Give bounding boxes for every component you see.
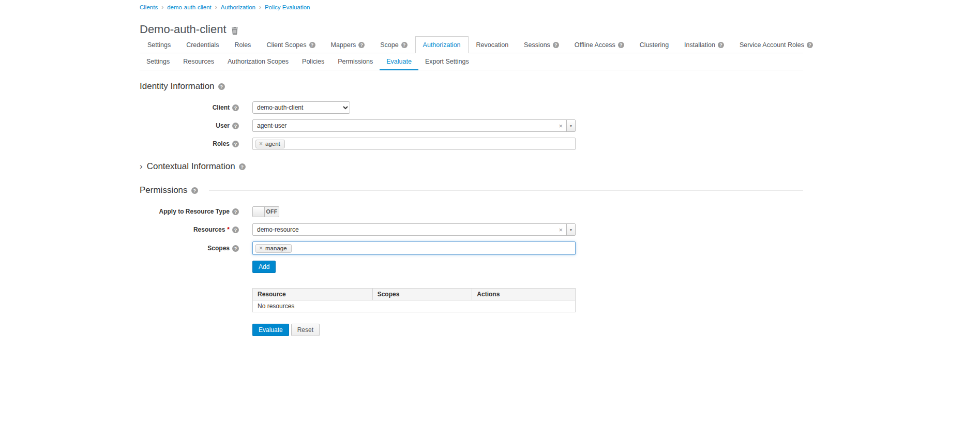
tab-client-scopes[interactable]: Client Scopes? xyxy=(259,36,323,53)
delete-client-icon[interactable] xyxy=(231,26,238,35)
roles-label: Roles ? xyxy=(140,140,252,147)
tab-roles[interactable]: Roles xyxy=(227,36,259,53)
help-icon: ? xyxy=(232,245,239,252)
column-header-scopes: Scopes xyxy=(372,289,472,300)
tab-label: Mappers xyxy=(331,41,356,49)
column-header-actions: Actions xyxy=(472,289,576,300)
help-icon: ? xyxy=(309,42,315,48)
scopes-control: × manage xyxy=(252,241,803,255)
tab-label: Offline Access xyxy=(575,41,615,49)
section-divider xyxy=(209,190,803,191)
help-icon: ? xyxy=(239,163,246,170)
caret-down-icon: ▼ xyxy=(569,228,572,232)
breadcrumb-authorization[interactable]: Authorization xyxy=(221,4,255,10)
role-tag: × agent xyxy=(255,140,285,148)
breadcrumb-policy-evaluation[interactable]: Policy Evaluation xyxy=(265,4,310,10)
breadcrumb-clients[interactable]: Clients xyxy=(140,4,158,10)
tab-label: Roles xyxy=(234,41,251,49)
resources-field-row: Resources * ? demo-resource × ▼ xyxy=(140,223,803,236)
chevron-right-icon: › xyxy=(140,161,143,172)
apply-resource-type-control: OFF xyxy=(252,206,803,217)
help-icon: ? xyxy=(807,42,813,48)
user-label: User ? xyxy=(140,122,252,129)
tab-credentials[interactable]: Credentials xyxy=(178,36,227,53)
scopes-input[interactable]: × manage xyxy=(252,241,576,255)
add-row: Add xyxy=(140,261,803,273)
subtab-resources[interactable]: Resources xyxy=(176,53,221,70)
tab-offline-access[interactable]: Offline Access? xyxy=(567,36,632,53)
tab-settings[interactable]: Settings xyxy=(140,36,178,53)
tab-label: Settings xyxy=(147,41,171,49)
subtab-authorization-scopes[interactable]: Authorization Scopes xyxy=(221,53,295,70)
roles-field-row: Roles ? × agent xyxy=(140,138,803,150)
help-icon: ? xyxy=(232,123,239,129)
subtab-policies[interactable]: Policies xyxy=(295,53,331,70)
form-actions: Evaluate Reset xyxy=(252,324,803,336)
help-icon: ? xyxy=(553,42,559,48)
reset-button[interactable]: Reset xyxy=(291,324,320,336)
empty-message: No resources xyxy=(253,300,576,312)
breadcrumb-separator-icon: › xyxy=(215,4,217,11)
subtab-label: Settings xyxy=(146,58,170,65)
role-tag-label: agent xyxy=(265,141,280,147)
subtab-export-settings[interactable]: Export Settings xyxy=(418,53,476,70)
breadcrumb-client[interactable]: demo-auth-client xyxy=(167,4,212,10)
field-label: Roles xyxy=(213,140,230,147)
clear-resource-icon[interactable]: × xyxy=(556,224,566,235)
apply-resource-type-toggle[interactable]: OFF xyxy=(252,206,279,217)
add-button[interactable]: Add xyxy=(252,261,276,273)
help-icon: ? xyxy=(232,141,239,147)
subtab-label: Resources xyxy=(183,58,214,65)
identity-form: Client ? demo-auth-client User ? agent-u… xyxy=(140,101,803,150)
help-icon: ? xyxy=(218,83,225,90)
remove-role-icon[interactable]: × xyxy=(259,141,263,147)
tab-revocation[interactable]: Revocation xyxy=(469,36,517,53)
section-title: Identity Information xyxy=(140,81,215,92)
tab-clustering[interactable]: Clustering xyxy=(632,36,676,53)
section-title: Permissions xyxy=(140,185,188,195)
help-icon: ? xyxy=(191,187,198,194)
tab-authorization[interactable]: Authorization xyxy=(415,36,469,53)
remove-scope-icon[interactable]: × xyxy=(259,245,263,251)
resources-select-value[interactable]: demo-resource xyxy=(253,224,556,235)
page: Clients › demo-auth-client › Authorizati… xyxy=(0,0,980,423)
field-label: User xyxy=(216,122,230,129)
user-control: agent-user × ▼ xyxy=(252,119,803,132)
clear-user-icon[interactable]: × xyxy=(556,120,566,131)
subtab-label: Evaluate xyxy=(386,58,412,65)
contextual-information-header[interactable]: › Contextual Information ? xyxy=(140,161,803,172)
breadcrumb: Clients › demo-auth-client › Authorizati… xyxy=(140,0,803,11)
tab-service-account-roles[interactable]: Service Account Roles? xyxy=(732,36,821,53)
help-icon: ? xyxy=(232,226,239,233)
client-field-row: Client ? demo-auth-client xyxy=(140,101,803,114)
evaluate-button[interactable]: Evaluate xyxy=(252,324,289,336)
subtab-label: Export Settings xyxy=(425,58,469,65)
roles-input[interactable]: × agent xyxy=(252,138,576,150)
user-dropdown-button[interactable]: ▼ xyxy=(566,120,575,131)
tab-installation[interactable]: Installation? xyxy=(676,36,732,53)
add-control: Add xyxy=(252,261,803,273)
tab-sessions[interactable]: Sessions? xyxy=(516,36,567,53)
help-icon: ? xyxy=(718,42,724,48)
subtab-evaluate[interactable]: Evaluate xyxy=(380,53,418,70)
client-select[interactable]: demo-auth-client xyxy=(252,101,350,114)
roles-control: × agent xyxy=(252,138,803,150)
user-select: agent-user × ▼ xyxy=(252,119,576,132)
page-title-row: Demo-auth-client xyxy=(140,23,803,36)
resources-select: demo-resource × ▼ xyxy=(252,223,576,236)
content-container: Clients › demo-auth-client › Authorizati… xyxy=(140,0,803,336)
subtab-permissions[interactable]: Permissions xyxy=(331,53,380,70)
user-select-value[interactable]: agent-user xyxy=(253,120,556,131)
subtab-settings[interactable]: Settings xyxy=(140,53,176,70)
apply-resource-type-label: Apply to Resource Type ? xyxy=(140,208,252,215)
resources-dropdown-button[interactable]: ▼ xyxy=(566,224,575,235)
help-icon: ? xyxy=(358,42,365,48)
tab-mappers[interactable]: Mappers? xyxy=(323,36,373,53)
breadcrumb-separator-icon: › xyxy=(259,4,261,11)
field-label: Client xyxy=(213,104,230,111)
tab-scope[interactable]: Scope? xyxy=(372,36,415,53)
help-icon: ? xyxy=(401,42,408,48)
column-header-resource: Resource xyxy=(253,289,373,300)
field-label: Apply to Resource Type xyxy=(159,208,230,215)
tab-label: Clustering xyxy=(640,41,669,49)
